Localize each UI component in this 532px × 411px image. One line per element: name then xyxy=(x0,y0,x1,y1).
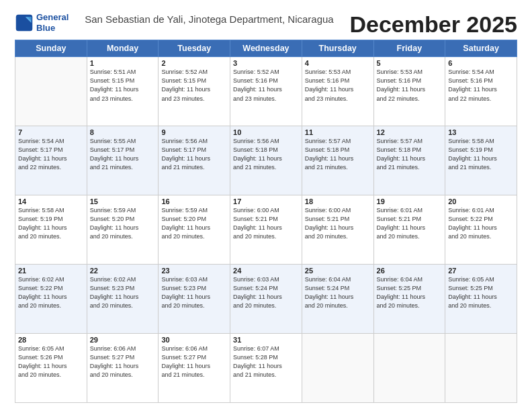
day-number: 31 xyxy=(233,336,299,344)
sunrise-text: Sunrise: 5:59 AM xyxy=(90,207,136,214)
sunrise-text: Sunrise: 5:54 AM xyxy=(448,68,494,75)
sunset-text: Sunset: 5:21 PM xyxy=(233,216,278,222)
daylight-line1: Daylight: 11 hours xyxy=(161,363,210,369)
sunrise-text: Sunrise: 6:06 AM xyxy=(161,345,208,352)
logo-icon xyxy=(15,13,34,32)
daylight-line1: Daylight: 11 hours xyxy=(233,363,282,369)
week-row-4: 21Sunrise: 6:02 AMSunset: 5:22 PMDayligh… xyxy=(15,265,517,334)
daylight-line1: Daylight: 11 hours xyxy=(233,224,282,231)
col-monday: Monday xyxy=(87,40,159,57)
day-cell-4-7: 27Sunrise: 6:05 AMSunset: 5:25 PMDayligh… xyxy=(445,265,517,334)
daylight-line1: Daylight: 11 hours xyxy=(18,293,67,300)
day-info: Sunrise: 5:54 AMSunset: 5:16 PMDaylight:… xyxy=(448,68,514,103)
sunrise-text: Sunrise: 6:03 AM xyxy=(161,276,208,283)
day-info: Sunrise: 5:56 AMSunset: 5:17 PMDaylight:… xyxy=(161,137,227,172)
day-number: 19 xyxy=(377,197,443,205)
sunrise-text: Sunrise: 5:54 AM xyxy=(18,138,64,144)
day-number: 11 xyxy=(305,128,371,136)
sunset-text: Sunset: 5:27 PM xyxy=(90,354,135,361)
day-number: 29 xyxy=(90,336,156,344)
sunset-text: Sunset: 5:22 PM xyxy=(18,285,63,291)
day-cell-2-2: 8Sunrise: 5:55 AMSunset: 5:17 PMDaylight… xyxy=(87,126,159,195)
day-cell-4-4: 24Sunrise: 6:03 AMSunset: 5:24 PMDayligh… xyxy=(230,265,302,334)
daylight-line2: and 21 minutes. xyxy=(161,371,204,378)
sunset-text: Sunset: 5:24 PM xyxy=(233,285,278,291)
daylight-line2: and 21 minutes. xyxy=(448,164,491,171)
day-info: Sunrise: 5:54 AMSunset: 5:17 PMDaylight:… xyxy=(18,137,84,172)
day-cell-3-7: 20Sunrise: 6:01 AMSunset: 5:22 PMDayligh… xyxy=(445,195,517,265)
day-number: 5 xyxy=(377,59,443,67)
day-cell-3-1: 14Sunrise: 5:58 AMSunset: 5:19 PMDayligh… xyxy=(15,195,87,265)
day-cell-1-3: 2Sunrise: 5:52 AMSunset: 5:15 PMDaylight… xyxy=(159,57,230,126)
sunrise-text: Sunrise: 5:51 AM xyxy=(90,68,136,75)
sunrise-text: Sunrise: 6:06 AM xyxy=(90,345,136,352)
day-number: 3 xyxy=(233,59,299,67)
day-number: 25 xyxy=(305,267,371,275)
day-info: Sunrise: 6:06 AMSunset: 5:27 PMDaylight:… xyxy=(90,345,156,379)
sunset-text: Sunset: 5:28 PM xyxy=(233,354,278,361)
sunrise-text: Sunrise: 5:52 AM xyxy=(233,68,279,75)
sunset-text: Sunset: 5:17 PM xyxy=(90,146,135,153)
daylight-line2: and 20 minutes. xyxy=(90,302,133,309)
daylight-line2: and 21 minutes. xyxy=(305,164,348,171)
daylight-line2: and 21 minutes. xyxy=(233,164,276,171)
day-cell-2-5: 11Sunrise: 5:57 AMSunset: 5:18 PMDayligh… xyxy=(302,126,373,195)
day-info: Sunrise: 5:58 AMSunset: 5:19 PMDaylight:… xyxy=(448,137,514,172)
daylight-line1: Daylight: 11 hours xyxy=(305,155,354,162)
week-row-2: 7Sunrise: 5:54 AMSunset: 5:17 PMDaylight… xyxy=(15,126,517,195)
sunset-text: Sunset: 5:27 PM xyxy=(161,354,206,361)
day-info: Sunrise: 5:56 AMSunset: 5:18 PMDaylight:… xyxy=(233,137,299,172)
sunset-text: Sunset: 5:18 PM xyxy=(377,146,422,153)
day-number: 2 xyxy=(161,59,227,67)
day-number: 21 xyxy=(18,267,84,275)
day-number: 27 xyxy=(448,267,514,275)
day-number: 22 xyxy=(90,267,156,275)
daylight-line1: Daylight: 11 hours xyxy=(161,293,210,300)
sunset-text: Sunset: 5:17 PM xyxy=(161,146,206,153)
day-info: Sunrise: 6:03 AMSunset: 5:24 PMDaylight:… xyxy=(233,275,299,310)
sunrise-text: Sunrise: 6:02 AM xyxy=(18,276,64,283)
daylight-line1: Daylight: 11 hours xyxy=(448,155,497,162)
sunset-text: Sunset: 5:16 PM xyxy=(305,77,350,84)
sunset-text: Sunset: 5:23 PM xyxy=(90,285,135,291)
day-number: 24 xyxy=(233,267,299,275)
day-info: Sunrise: 6:01 AMSunset: 5:22 PMDaylight:… xyxy=(448,206,514,241)
daylight-line1: Daylight: 11 hours xyxy=(233,293,282,300)
day-number: 13 xyxy=(448,128,514,136)
daylight-line1: Daylight: 11 hours xyxy=(305,293,354,300)
day-cell-3-3: 16Sunrise: 5:59 AMSunset: 5:20 PMDayligh… xyxy=(159,195,230,265)
day-cell-5-2: 29Sunrise: 6:06 AMSunset: 5:27 PMDayligh… xyxy=(87,334,159,403)
daylight-line2: and 22 minutes. xyxy=(377,95,420,102)
daylight-line2: and 20 minutes. xyxy=(448,302,491,309)
sunrise-text: Sunrise: 6:01 AM xyxy=(377,207,423,214)
daylight-line1: Daylight: 11 hours xyxy=(18,363,67,369)
day-info: Sunrise: 6:02 AMSunset: 5:22 PMDaylight:… xyxy=(18,275,84,310)
col-saturday: Saturday xyxy=(445,40,517,57)
daylight-line2: and 23 minutes. xyxy=(161,95,204,102)
sunrise-text: Sunrise: 5:53 AM xyxy=(305,68,351,75)
header-center: San Sebastian de Yali, Jinotega Departme… xyxy=(69,12,349,25)
sunrise-text: Sunrise: 6:05 AM xyxy=(18,345,64,352)
daylight-line2: and 20 minutes. xyxy=(161,233,204,240)
day-number: 12 xyxy=(377,128,443,136)
daylight-line2: and 20 minutes. xyxy=(305,233,348,240)
day-cell-4-5: 25Sunrise: 6:04 AMSunset: 5:24 PMDayligh… xyxy=(302,265,373,334)
sunrise-text: Sunrise: 5:52 AM xyxy=(161,68,208,75)
daylight-line2: and 23 minutes. xyxy=(233,95,276,102)
day-info: Sunrise: 6:00 AMSunset: 5:21 PMDaylight:… xyxy=(233,206,299,241)
day-info: Sunrise: 5:59 AMSunset: 5:20 PMDaylight:… xyxy=(90,206,156,241)
day-cell-5-3: 30Sunrise: 6:06 AMSunset: 5:27 PMDayligh… xyxy=(159,334,230,403)
daylight-line2: and 20 minutes. xyxy=(377,233,420,240)
day-number: 7 xyxy=(18,128,84,136)
calendar-table: Sunday Monday Tuesday Wednesday Thursday… xyxy=(15,40,517,403)
col-wednesday: Wednesday xyxy=(230,40,302,57)
daylight-line1: Daylight: 11 hours xyxy=(305,224,354,231)
header: General Blue San Sebastian de Yali, Jino… xyxy=(15,12,517,37)
day-number: 1 xyxy=(90,59,156,67)
day-cell-4-1: 21Sunrise: 6:02 AMSunset: 5:22 PMDayligh… xyxy=(15,265,87,334)
daylight-line1: Daylight: 11 hours xyxy=(161,155,210,162)
day-number: 28 xyxy=(18,336,84,344)
day-cell-3-2: 15Sunrise: 5:59 AMSunset: 5:20 PMDayligh… xyxy=(87,195,159,265)
day-number: 9 xyxy=(161,128,227,136)
daylight-line1: Daylight: 11 hours xyxy=(18,155,67,162)
